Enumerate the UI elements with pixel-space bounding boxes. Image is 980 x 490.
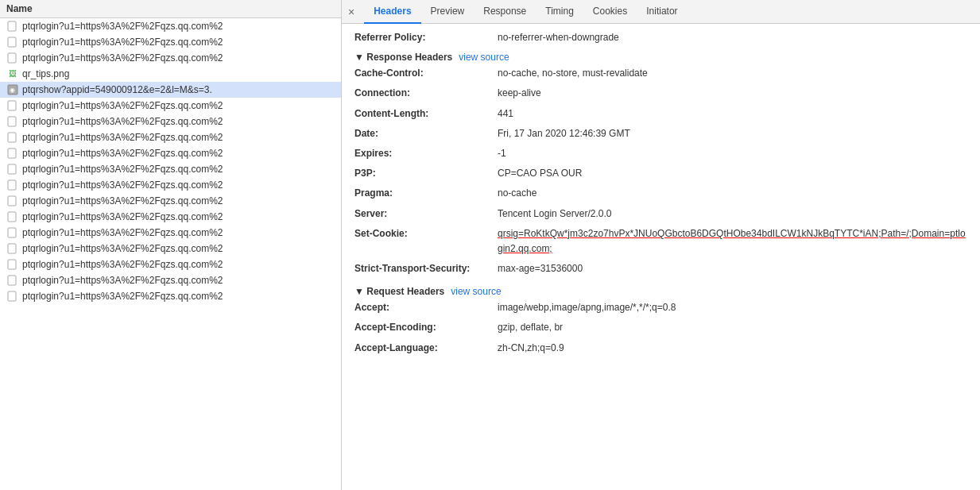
response-view-source-link[interactable]: view source <box>459 52 509 63</box>
document-file-icon <box>6 290 19 303</box>
tab-cookies[interactable]: Cookies <box>583 0 637 24</box>
file-name: ptqrlogin?u1=https%3A%2F%2Fqzs.qq.com%2 <box>22 211 223 222</box>
document-file-icon <box>6 274 19 287</box>
document-file-icon <box>6 20 19 33</box>
file-name: ptqrlogin?u1=https%3A%2F%2Fqzs.qq.com%2 <box>22 243 223 254</box>
file-item[interactable]: ptqrlogin?u1=https%3A%2F%2Fqzs.qq.com%2 <box>0 50 341 66</box>
file-name: ptqrlogin?u1=https%3A%2F%2Fqzs.qq.com%2 <box>22 21 223 32</box>
document-file-icon: ◉ <box>6 83 19 96</box>
file-item[interactable]: ptqrlogin?u1=https%3A%2F%2Fqzs.qq.com%2 <box>0 257 341 272</box>
request-headers-label: ▼ Request Headers <box>354 286 444 297</box>
file-name: ptqrlogin?u1=https%3A%2F%2Fqzs.qq.com%2 <box>22 179 223 191</box>
response-header-key: Cache-Control: <box>354 66 498 81</box>
referrer-policy-value: no-referrer-when-downgrade <box>498 30 967 45</box>
response-header-key: Date: <box>354 126 498 141</box>
request-header-value: image/webp,image/apng,image/*,*/*;q=0.8 <box>498 300 967 315</box>
file-name: ptqrlogin?u1=https%3A%2F%2Fqzs.qq.com%2 <box>22 132 223 143</box>
tabs-bar: × HeadersPreviewResponseTimingCookiesIni… <box>342 0 980 24</box>
request-header-value: gzip, deflate, br <box>498 320 967 335</box>
request-header-key: Accept-Encoding: <box>354 320 498 335</box>
svg-rect-6 <box>8 117 16 126</box>
svg-rect-9 <box>8 164 16 174</box>
document-file-icon <box>6 99 19 112</box>
document-file-icon <box>6 52 19 64</box>
svg-rect-13 <box>8 228 16 237</box>
response-header-row: Date:Fri, 17 Jan 2020 12:46:39 GMT <box>354 126 967 141</box>
file-item[interactable]: ptqrlogin?u1=https%3A%2F%2Fqzs.qq.com%2 <box>0 145 341 161</box>
file-name: ptqrlogin?u1=https%3A%2F%2Fqzs.qq.com%2 <box>22 100 223 111</box>
document-file-icon <box>6 195 19 207</box>
response-header-key: Set-Cookie: <box>354 226 498 257</box>
file-item[interactable]: ptqrlogin?u1=https%3A%2F%2Fqzs.qq.com%2 <box>0 193 341 209</box>
close-panel-button[interactable]: × <box>345 6 358 18</box>
file-name: ptqrlogin?u1=https%3A%2F%2Fqzs.qq.com%2 <box>22 52 223 64</box>
svg-rect-10 <box>8 180 16 190</box>
file-name: ptqrlogin?u1=https%3A%2F%2Fqzs.qq.com%2 <box>22 259 223 270</box>
response-header-value: -1 <box>498 146 967 161</box>
request-header-value: zh-CN,zh;q=0.9 <box>498 341 967 356</box>
response-header-value: CP=CAO PSA OUR <box>498 166 967 181</box>
file-name: ptqrlogin?u1=https%3A%2F%2Fqzs.qq.com%2 <box>22 148 223 159</box>
response-header-row: P3P:CP=CAO PSA OUR <box>354 166 967 181</box>
svg-rect-5 <box>8 101 16 110</box>
file-item[interactable]: ptqrlogin?u1=https%3A%2F%2Fqzs.qq.com%2 <box>0 161 341 177</box>
response-header-key: Expires: <box>354 146 498 161</box>
response-header-value: max-age=31536000 <box>498 261 967 276</box>
response-header-key: Strict-Transport-Security: <box>354 261 498 276</box>
response-header-value: 441 <box>498 106 967 122</box>
file-item[interactable]: ptqrlogin?u1=https%3A%2F%2Fqzs.qq.com%2 <box>0 241 341 257</box>
response-header-value: no-cache <box>498 186 967 201</box>
file-name: ptqrlogin?u1=https%3A%2F%2Fqzs.qq.com%2 <box>22 195 223 206</box>
file-item[interactable]: ptqrlogin?u1=https%3A%2F%2Fqzs.qq.com%2 <box>0 114 341 129</box>
file-name: ptqrshow?appid=549000912&e=2&l=M&s=3. <box>22 84 212 95</box>
file-item[interactable]: 🖼qr_tips.png <box>0 66 341 82</box>
response-header-value: keep-alive <box>498 86 967 101</box>
tab-response[interactable]: Response <box>474 0 536 24</box>
tab-initiator[interactable]: Initiator <box>637 0 687 24</box>
response-header-value: Tencent Login Server/2.0.0 <box>498 206 967 222</box>
request-header-key: Accept: <box>354 300 498 315</box>
file-item[interactable]: ptqrlogin?u1=https%3A%2F%2Fqzs.qq.com%2 <box>0 225 341 241</box>
left-panel: Name ptqrlogin?u1=https%3A%2F%2Fqzs.qq.c… <box>0 0 342 490</box>
svg-rect-7 <box>8 133 16 142</box>
response-header-key: Server: <box>354 206 498 222</box>
file-name: ptqrlogin?u1=https%3A%2F%2Fqzs.qq.com%2 <box>22 37 223 48</box>
response-header-value: Fri, 17 Jan 2020 12:46:39 GMT <box>498 126 967 141</box>
file-list[interactable]: ptqrlogin?u1=https%3A%2F%2Fqzs.qq.com%2p… <box>0 18 341 490</box>
file-item[interactable]: ptqrlogin?u1=https%3A%2F%2Fqzs.qq.com%2 <box>0 209 341 225</box>
set-cookie-value-highlighted: qrsig=RoKtkQw*jm3c2zo7hvPx*JNUoQGbctoB6D… <box>498 228 966 254</box>
tab-headers[interactable]: Headers <box>364 0 420 24</box>
response-header-key: Connection: <box>354 86 498 101</box>
svg-text:◉: ◉ <box>10 87 15 94</box>
tab-preview[interactable]: Preview <box>421 0 475 24</box>
referrer-policy-row: Referrer Policy: no-referrer-when-downgr… <box>354 30 967 45</box>
response-header-row: Strict-Transport-Security:max-age=315360… <box>354 261 967 276</box>
svg-rect-16 <box>8 276 16 285</box>
file-name: ptqrlogin?u1=https%3A%2F%2Fqzs.qq.com%2 <box>22 275 223 286</box>
request-view-source-link[interactable]: view source <box>451 286 501 297</box>
file-item[interactable]: ptqrlogin?u1=https%3A%2F%2Fqzs.qq.com%2 <box>0 177 341 193</box>
file-item[interactable]: ptqrlogin?u1=https%3A%2F%2Fqzs.qq.com%2 <box>0 272 341 288</box>
request-header-key: Accept-Language: <box>354 341 498 356</box>
document-file-icon <box>6 147 19 160</box>
file-item[interactable]: ptqrlogin?u1=https%3A%2F%2Fqzs.qq.com%2 <box>0 98 341 114</box>
document-file-icon <box>6 210 19 223</box>
response-header-value: qrsig=RoKtkQw*jm3c2zo7hvPx*JNUoQGbctoB6D… <box>498 226 967 257</box>
name-column-header: Name <box>0 0 341 18</box>
file-item[interactable]: ptqrlogin?u1=https%3A%2F%2Fqzs.qq.com%2 <box>0 288 341 304</box>
response-header-key: Content-Length: <box>354 106 498 122</box>
request-header-row: Accept:image/webp,image/apng,image/*,*/*… <box>354 300 967 315</box>
file-item[interactable]: ptqrlogin?u1=https%3A%2F%2Fqzs.qq.com%2 <box>0 129 341 145</box>
response-header-key: Pragma: <box>354 186 498 201</box>
tab-timing[interactable]: Timing <box>536 0 583 24</box>
response-header-value: no-cache, no-store, must-revalidate <box>498 66 967 81</box>
file-item[interactable]: ptqrlogin?u1=https%3A%2F%2Fqzs.qq.com%2 <box>0 18 341 34</box>
file-item[interactable]: ptqrlogin?u1=https%3A%2F%2Fqzs.qq.com%2 <box>0 34 341 50</box>
document-file-icon <box>6 115 19 128</box>
response-headers-container: Cache-Control:no-cache, no-store, must-r… <box>354 66 967 276</box>
file-item[interactable]: ◉ptqrshow?appid=549000912&e=2&l=M&s=3. <box>0 82 341 98</box>
document-file-icon <box>6 179 19 191</box>
file-name: ptqrlogin?u1=https%3A%2F%2Fqzs.qq.com%2 <box>22 227 223 238</box>
svg-rect-15 <box>8 260 16 269</box>
file-name: ptqrlogin?u1=https%3A%2F%2Fqzs.qq.com%2 <box>22 116 223 127</box>
